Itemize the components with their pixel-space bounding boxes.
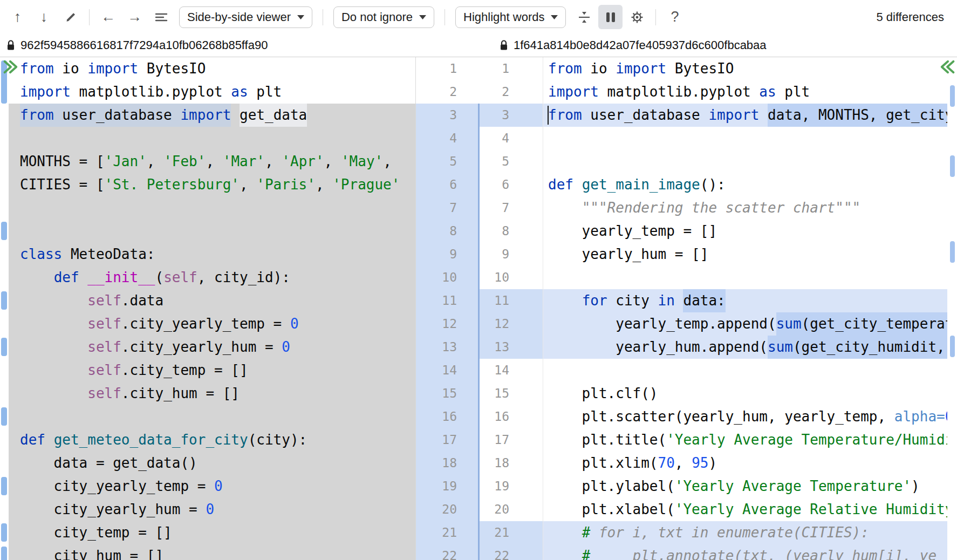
code-token [20, 292, 87, 309]
left-code-line[interactable]: data = get_data() [9, 452, 415, 475]
left-code-line[interactable]: def get_meteo_data_for_city(city): [9, 428, 415, 452]
code-token [548, 292, 582, 309]
code-token: , [206, 153, 222, 169]
right-code-line[interactable] [543, 266, 947, 289]
collapse-unchanged-button[interactable] [572, 5, 596, 29]
code-token [79, 269, 88, 285]
code-token: 'Yearly Average Temperature' [675, 478, 911, 494]
left-code-line[interactable]: city_yearly_temp = 0 [9, 475, 415, 498]
code-token: sum [776, 312, 802, 336]
code-token: 'Yearly Average Relative Humidity [675, 501, 947, 517]
right-code-line[interactable]: yearly_hum.append(sum(get_city_humidit, [543, 336, 947, 359]
right-code-line[interactable] [543, 127, 947, 150]
back-button[interactable]: ← [96, 5, 120, 29]
right-code-line[interactable]: import matplotlib.pyplot as plt [543, 80, 947, 104]
right-code-line[interactable]: plt.xlim(70, 95) [543, 452, 947, 475]
apply-all-left-button[interactable] [938, 58, 956, 76]
left-code-line[interactable]: from user_database import get_data [9, 104, 415, 127]
code-token: matplotlib.pyplot [599, 84, 759, 100]
right-code-line[interactable]: # for i, txt in enumerate(CITIES): [543, 521, 947, 544]
left-code-line[interactable]: MONTHS = ['Jan', 'Feb', 'Mar', 'Apr', 'M… [9, 150, 415, 173]
right-code-line[interactable]: yearly_hum = [] [543, 243, 947, 266]
right-code-line[interactable]: plt.ylabel('Yearly Average Temperature') [543, 475, 947, 498]
right-line-number: 15 [480, 382, 543, 405]
toolbar-separator [89, 9, 90, 25]
right-code-line[interactable]: plt.clf() [543, 382, 947, 405]
code-token: import [180, 104, 231, 127]
right-code-line[interactable]: plt.xlabel('Yearly Average Relative Humi… [543, 498, 947, 521]
left-line-number: 1 [416, 57, 480, 80]
left-code-line[interactable]: self.city_yearly_hum = 0 [9, 336, 415, 359]
code-token: get_main_image [582, 176, 700, 193]
right-code-line[interactable]: # plt.annotate(txt, (yearly_hum[i], ye [543, 544, 947, 560]
code-token: import [87, 60, 138, 77]
next-difference-button[interactable]: ↓ [32, 5, 56, 29]
previous-difference-button[interactable]: ↑ [5, 5, 30, 29]
right-code-line[interactable]: plt.title('Yearly Average Temperature/Hu… [543, 428, 947, 452]
right-code-line[interactable]: plt.scatter(yearly_hum, yearly_temp, alp… [543, 405, 947, 428]
left-line-number: 12 [416, 312, 480, 336]
left-code-line[interactable] [9, 405, 415, 428]
left-code-line[interactable]: self.data [9, 289, 415, 312]
ignore-policy-dropdown[interactable]: Do not ignore [333, 6, 434, 28]
edit-button[interactable] [58, 5, 83, 29]
left-code-line[interactable] [9, 127, 415, 150]
left-code-line[interactable]: self.city_yearly_temp = 0 [9, 312, 415, 336]
code-token: def [20, 432, 45, 448]
left-code-line[interactable]: city_temp = [] [9, 521, 415, 544]
right-code-line[interactable] [543, 150, 947, 173]
text-caret [548, 106, 549, 125]
right-code-line[interactable]: def get_main_image(): [543, 173, 947, 196]
file-headers: 962f5945886616817f7294a10fb06268b85ffa90… [0, 34, 957, 57]
settings-button[interactable] [625, 5, 649, 29]
gutter-row: 66 [416, 173, 543, 196]
left-code-line[interactable] [9, 196, 415, 220]
left-code-line[interactable]: city_yearly_hum = 0 [9, 498, 415, 521]
left-code-line[interactable]: import matplotlib.pyplot as plt [9, 80, 415, 104]
right-code-line[interactable]: yearly_temp = [] [543, 220, 947, 243]
left-change-marker-strip[interactable] [0, 57, 9, 560]
highlight-mode-dropdown[interactable]: Highlight words [455, 6, 566, 28]
left-code-line[interactable] [9, 220, 415, 243]
right-scrollbar-strip[interactable] [947, 57, 957, 560]
forward-button[interactable]: → [122, 5, 147, 29]
code-token: data = get_data() [20, 455, 197, 471]
left-line-number: 2 [416, 80, 480, 104]
gutter-row: 33 [416, 104, 543, 127]
right-code-line[interactable]: from user_database import data, MONTHS, … [543, 104, 947, 127]
code-token: matplotlib.pyplot [71, 84, 231, 100]
left-line-number: 16 [416, 405, 480, 428]
right-editor[interactable]: from io import BytesIOimport matplotlib.… [543, 57, 947, 560]
left-code-line[interactable]: from io import BytesIO [9, 57, 415, 80]
left-line-number: 7 [416, 196, 480, 220]
code-token: , [324, 153, 341, 169]
gutter-row: 2020 [416, 498, 543, 521]
code-token: , [675, 455, 692, 471]
right-line-number: 19 [480, 475, 543, 498]
apply-all-right-button[interactable] [2, 58, 20, 76]
code-token: BytesIO [138, 60, 206, 77]
left-code-line[interactable]: def __init__(self, city_id): [9, 266, 415, 289]
code-token: plt [248, 84, 282, 100]
left-code-line[interactable]: self.city_hum = [] [9, 382, 415, 405]
compare-list-button[interactable] [149, 5, 173, 29]
right-code-line[interactable]: """Rendering the scatter chart""" [543, 196, 947, 220]
help-button[interactable]: ? [662, 5, 687, 29]
left-code-line[interactable]: self.city_temp = [] [9, 359, 415, 382]
code-token: yearly_temp.append( [548, 316, 776, 332]
gutter-row: 2121 [416, 521, 543, 544]
code-token: self [163, 269, 197, 285]
right-code-line[interactable]: for city in data: [543, 289, 947, 312]
code-token: # [582, 548, 591, 560]
right-code-line[interactable] [543, 359, 947, 382]
left-editor[interactable]: from io import BytesIOimport matplotlib.… [9, 57, 415, 560]
left-code-line[interactable]: class MeteoData: [9, 243, 415, 266]
code-token [231, 107, 240, 123]
synchronize-scrolling-toggle[interactable] [598, 5, 623, 29]
right-code-line[interactable]: yearly_temp.append(sum(get_city_temperat [543, 312, 947, 336]
right-code-line[interactable]: from io import BytesIO [543, 57, 947, 80]
left-code-line[interactable]: city_hum = [] [9, 544, 415, 560]
viewer-mode-dropdown[interactable]: Side-by-side viewer [179, 6, 312, 28]
left-code-line[interactable]: CITIES = ['St. Petersburg', 'Paris', 'Pr… [9, 173, 415, 196]
code-token: def [548, 176, 573, 193]
